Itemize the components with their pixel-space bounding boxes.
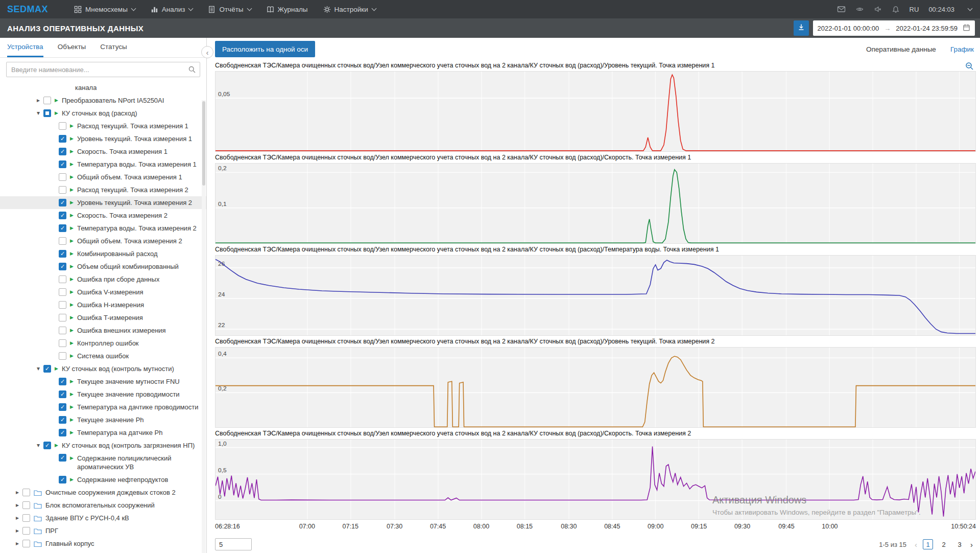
tree-item[interactable]: ▶Контроллер ошибок: [0, 337, 206, 350]
expand-closed-icon[interactable]: ▸: [37, 94, 43, 107]
tree-item[interactable]: ▶Общий объем. Точка измерения 2: [0, 235, 206, 247]
tree-item[interactable]: ✓▶Температура на дачтике проводимости: [0, 401, 206, 413]
language-selector[interactable]: RU: [910, 6, 919, 13]
checkbox[interactable]: ✓: [59, 263, 66, 270]
search-input[interactable]: [6, 62, 200, 77]
checkbox[interactable]: [22, 540, 30, 547]
tree-item[interactable]: ▸Здание ВПУ с РУСН-0,4 кВ: [0, 512, 206, 524]
tree-item[interactable]: ▾✓▶КУ сточных вод (контроль загрязнения …: [0, 439, 206, 452]
sidebar-scrollbar[interactable]: [202, 100, 206, 553]
chart-plot[interactable]: 1,00,50: [215, 439, 976, 520]
tree-item[interactable]: ✓▶Скорость. Точка измерения 2: [0, 209, 206, 222]
expand-closed-icon[interactable]: ▸: [16, 486, 22, 499]
tree-item[interactable]: ▶Расход текущий. Точка измерения 1: [0, 120, 206, 132]
checkbox[interactable]: ✓: [59, 378, 66, 385]
chart-plot[interactable]: 262422: [215, 255, 976, 336]
page-size-input[interactable]: [215, 538, 252, 550]
tree-item[interactable]: ✓▶Текущее значение мутности FNU: [0, 375, 206, 388]
expand-closed-icon[interactable]: ▸: [16, 499, 22, 512]
tree-item[interactable]: ▶Общий объем. Точка измерения 1: [0, 171, 206, 183]
tree-item[interactable]: ▸Блок вспомогательных сооружений: [0, 499, 206, 512]
tree-item[interactable]: ▸▶Преобразователь NPort IA5250AI: [0, 94, 206, 107]
checkbox[interactable]: ✓: [59, 403, 66, 411]
menu-settings[interactable]: Настройки: [316, 0, 384, 18]
checkbox[interactable]: [22, 514, 30, 522]
tree-item[interactable]: ✓▶Содержание нефтепродуктов: [0, 473, 206, 486]
tab-statuses[interactable]: Статусы: [100, 38, 127, 57]
tree-item[interactable]: ▶Ошибка V-измерения: [0, 286, 206, 298]
menu-analysis[interactable]: Анализ: [143, 0, 201, 18]
calendar-icon[interactable]: [963, 24, 970, 33]
eye-icon[interactable]: [855, 6, 864, 13]
mail-icon[interactable]: [837, 6, 846, 13]
checkbox[interactable]: ✓: [59, 476, 66, 483]
next-page-button[interactable]: ›: [970, 540, 973, 549]
tree-item[interactable]: ▾▶КУ сточных вод (расход): [0, 107, 206, 120]
tree-item[interactable]: ✓▶Комбинированный расход: [0, 247, 206, 260]
checkbox[interactable]: ✓: [59, 429, 66, 436]
tab-objects[interactable]: Объекты: [58, 38, 86, 57]
checkbox[interactable]: [43, 109, 51, 117]
date-from-value[interactable]: 2022-01-01 00:00:00: [818, 25, 879, 32]
tree-item[interactable]: ▶Система ошибок: [0, 350, 206, 362]
tree-item[interactable]: ✓▶Скорость. Точка измерения 1: [0, 145, 206, 158]
checkbox[interactable]: [59, 352, 66, 360]
checkbox[interactable]: [59, 288, 66, 296]
checkbox[interactable]: ✓: [59, 390, 66, 398]
checkbox[interactable]: ✓: [43, 442, 51, 449]
checkbox[interactable]: [59, 237, 66, 245]
checkbox[interactable]: [43, 97, 51, 104]
checkbox[interactable]: [22, 527, 30, 535]
tree-item[interactable]: ▶Ошибка внешних измерения: [0, 324, 206, 337]
menu-mnemoschemes[interactable]: Мнемосхемы: [66, 0, 143, 18]
tree-item[interactable]: ✓▶Текущее значение Ph: [0, 413, 206, 426]
menu-journals[interactable]: Журналы: [259, 0, 316, 18]
checkbox[interactable]: [59, 122, 66, 130]
tree-item[interactable]: ✓▶Температура на датчике Ph: [0, 426, 206, 439]
page-button-2[interactable]: 2: [939, 539, 949, 549]
checkbox[interactable]: [59, 173, 66, 181]
tree-item[interactable]: канала: [0, 81, 206, 94]
tree-item[interactable]: ▸ПРГ: [0, 524, 206, 537]
checkbox[interactable]: [22, 489, 30, 496]
tree-item[interactable]: ▶Ошибка при сборе данных: [0, 273, 206, 286]
checkbox[interactable]: [59, 314, 66, 321]
expand-closed-icon[interactable]: ▸: [16, 537, 22, 550]
menu-reports[interactable]: Отчёты: [200, 0, 258, 18]
tree-item[interactable]: ✓▶Уровень текущий. Точка измерения 1: [0, 132, 206, 145]
chart-plot[interactable]: 0,05: [215, 71, 976, 152]
checkbox[interactable]: ✓: [59, 135, 66, 143]
checkbox[interactable]: ✓: [59, 454, 66, 462]
tree-item[interactable]: ▸Очистные сооружения дождевых стоков 2: [0, 486, 206, 499]
checkbox[interactable]: ✓: [59, 250, 66, 258]
checkbox[interactable]: ✓: [59, 212, 66, 219]
tree-item[interactable]: ▾✓▶КУ сточных вод (контроль мутности): [0, 362, 206, 375]
checkbox[interactable]: ✓: [59, 224, 66, 232]
date-range-picker[interactable]: 2022-01-01 00:00:00 → 2022-01-24 23:59:5…: [813, 20, 975, 36]
view-chart[interactable]: График: [950, 45, 974, 53]
tree-item[interactable]: ▶Расход текущий. Точка измерения 2: [0, 183, 206, 196]
user-menu-chevron-icon[interactable]: [968, 6, 973, 11]
combine-axes-button[interactable]: Расположить на одной оси: [215, 41, 315, 57]
chart-plot[interactable]: 0,40,2: [215, 347, 976, 428]
checkbox[interactable]: ✓: [59, 148, 66, 155]
export-button[interactable]: [794, 20, 809, 36]
checkbox[interactable]: ✓: [59, 416, 66, 424]
scrollbar-thumb[interactable]: [202, 101, 205, 186]
checkbox[interactable]: [59, 327, 66, 334]
expand-open-icon[interactable]: ▾: [37, 439, 43, 452]
tree-item[interactable]: ✓▶Уровень текущий. Точка измерения 2: [0, 196, 206, 209]
checkbox[interactable]: [59, 339, 66, 347]
checkbox[interactable]: [22, 501, 30, 509]
checkbox[interactable]: [59, 186, 66, 194]
tree-item[interactable]: ✓▶Объем общий комбинированный: [0, 260, 206, 273]
expand-open-icon[interactable]: ▾: [37, 107, 43, 120]
sidebar-collapse-button[interactable]: ‹: [201, 46, 213, 58]
checkbox[interactable]: ✓: [43, 365, 51, 373]
date-to-value[interactable]: 2022-01-24 23:59:59: [896, 25, 958, 32]
checkbox[interactable]: ✓: [59, 160, 66, 168]
prev-page-button[interactable]: ‹: [915, 540, 917, 549]
checkbox[interactable]: [59, 301, 66, 309]
bell-icon[interactable]: [892, 6, 900, 13]
page-button-3[interactable]: 3: [954, 539, 965, 549]
